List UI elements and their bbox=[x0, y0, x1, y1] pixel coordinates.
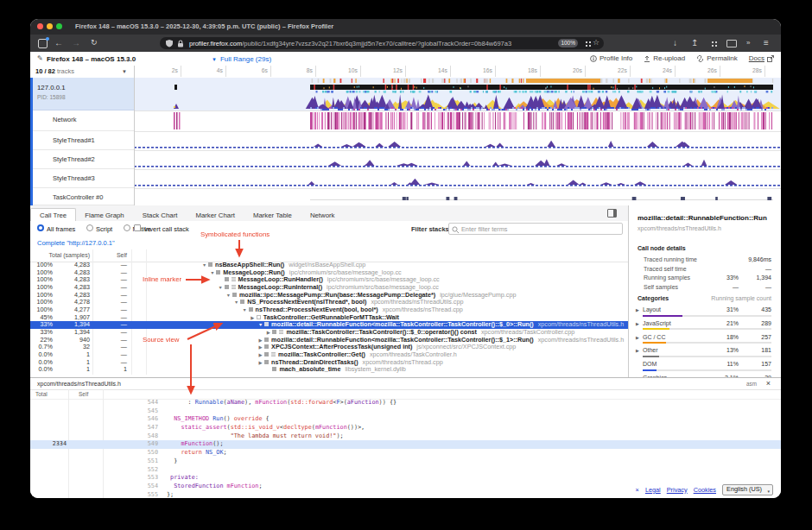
firefox-view-icon[interactable] bbox=[38, 39, 48, 48]
bookmark-star-icon[interactable]: ☆ bbox=[593, 38, 599, 47]
sidebar-toggle-button[interactable] bbox=[607, 209, 617, 218]
line-code: mFunction(); bbox=[167, 440, 224, 449]
track-label-stylethread-3[interactable]: StyleThread#3 bbox=[30, 169, 134, 188]
track-label-stylethread-1[interactable]: StyleThread#1 bbox=[30, 131, 134, 150]
asm-toggle[interactable]: asm bbox=[746, 381, 757, 387]
category-row-layout[interactable]: ▶Layout31%435 bbox=[629, 306, 781, 319]
call-tree-row[interactable]: 22%940—▶mozilla::detail::RunnableFunctio… bbox=[30, 337, 628, 344]
expander-icon[interactable]: ▶ bbox=[257, 344, 264, 351]
category-row-dom[interactable]: DOM11%157 bbox=[629, 360, 781, 374]
expander-icon[interactable]: ▶ bbox=[636, 335, 639, 340]
external-link-icon bbox=[767, 55, 774, 62]
downloads-button[interactable]: ↓ bbox=[673, 37, 677, 48]
expander-icon[interactable]: ▶ bbox=[249, 314, 257, 322]
expander-icon[interactable]: ▶ bbox=[264, 329, 272, 337]
track-label-network[interactable]: Network bbox=[30, 110, 134, 131]
footer-link-cookies[interactable]: Cookies bbox=[694, 486, 716, 494]
ruler-tick-label: 14s bbox=[418, 67, 447, 73]
line-number: 548 bbox=[101, 432, 167, 441]
back-button[interactable]: ← bbox=[54, 37, 63, 48]
call-tree-row[interactable]: 100%4,283—▼MessageLoop::RunInternal()ipc… bbox=[30, 284, 628, 292]
url-bar[interactable]: profiler.firefox.com/public/1xdfg34yre7v… bbox=[160, 37, 604, 49]
expander-icon[interactable]: ▶ bbox=[257, 351, 264, 359]
breadcrumb[interactable]: Complete "http://127.0.0.1" bbox=[37, 239, 115, 247]
expander-icon[interactable]: ▼ bbox=[241, 306, 249, 314]
expander-icon[interactable]: ▼ bbox=[208, 269, 216, 277]
radio-native[interactable] bbox=[124, 224, 130, 231]
category-row-other[interactable]: ▶Other13%181 bbox=[629, 346, 781, 360]
reload-button[interactable]: ↻ bbox=[91, 37, 98, 48]
forward-button[interactable]: → bbox=[72, 37, 80, 48]
expander-icon[interactable]: ▼ bbox=[257, 321, 264, 329]
line-number: 549 bbox=[101, 440, 167, 449]
category-row-gc-cc[interactable]: ▶GC / CC18%257 bbox=[629, 333, 781, 347]
expander-icon[interactable]: ▶ bbox=[636, 307, 639, 312]
detail-row: Traced running time9,846ms bbox=[629, 256, 781, 265]
permalink-button[interactable]: Permalink bbox=[696, 54, 738, 62]
docs-link[interactable]: Docs bbox=[749, 54, 774, 62]
track-label-127-0-0-1[interactable]: 127.0.0.1PID: 15898 bbox=[30, 78, 134, 110]
call-tree-row[interactable]: 100%4,283—MessageLoop::RunHandler()ipc/c… bbox=[30, 276, 628, 284]
send-tab-button[interactable]: ↥ bbox=[691, 37, 698, 48]
track-label-stylethread-2[interactable]: StyleThread#2 bbox=[30, 150, 134, 169]
profile-info-button[interactable]: Profile Info bbox=[590, 54, 632, 62]
detail-label: Traced self time bbox=[644, 265, 687, 274]
call-tree-row[interactable]: 0.7%32—▶XPCJSContext::AfterProcessTask(u… bbox=[30, 344, 628, 351]
expander-icon[interactable]: ▶ bbox=[636, 321, 639, 326]
expander-icon[interactable]: ▼ bbox=[225, 292, 232, 300]
full-range-button[interactable]: ▼Full Range (29s) bbox=[212, 55, 271, 63]
fullscreen-window-button[interactable] bbox=[56, 23, 62, 29]
footer-close-icon[interactable]: × bbox=[636, 486, 639, 494]
call-tree-row[interactable]: 0.0%11mach_absolute_timelibsystem_kernel… bbox=[30, 366, 628, 374]
expander-icon[interactable]: ▼ bbox=[232, 299, 240, 306]
zoom-level-badge[interactable]: 100% bbox=[558, 39, 578, 47]
track-label-taskcontroller-0[interactable]: TaskController #0 bbox=[30, 188, 134, 205]
language-select[interactable]: English (US)▾ bbox=[722, 484, 773, 495]
call-tree-row[interactable]: 33%1,394—▶mozilla::TaskController::TaskC… bbox=[30, 329, 628, 337]
call-tree-row[interactable]: 100%4,283—▼mozilla::ipc::MessagePump::Ru… bbox=[30, 292, 628, 300]
ruler-tick-label: 2s bbox=[149, 67, 178, 73]
call-tree-row[interactable]: 45%1,907—▶TaskController::GetRunnableFor… bbox=[30, 314, 628, 322]
profile-name[interactable]: Firefox 148 – macOS 15.3.0 bbox=[47, 55, 136, 63]
row-function-cell: ▶mozilla::detail::RunnableFunction<mozil… bbox=[147, 337, 628, 344]
screenshots-button[interactable] bbox=[726, 40, 737, 47]
ruler-tick bbox=[360, 66, 361, 77]
reupload-button[interactable]: Re-upload bbox=[644, 54, 685, 62]
expander-icon[interactable]: ▶ bbox=[257, 359, 264, 367]
close-window-button[interactable] bbox=[37, 23, 43, 29]
source-line: 551 } bbox=[30, 457, 781, 466]
footer-link-legal[interactable]: Legal bbox=[645, 486, 661, 494]
function-name: XPCJSContext::AfterProcessTask(unsigned … bbox=[271, 344, 412, 350]
minimize-window-button[interactable] bbox=[47, 23, 53, 29]
track-labels-column: 127.0.0.1PID: 15898NetworkStyleThread#1S… bbox=[30, 78, 135, 205]
call-tree-row[interactable]: 0.0%1—▶nsThread::DrainDirectTasks()xpcom… bbox=[30, 359, 628, 367]
category-row-javascript[interactable]: ▶JavaScript21%289 bbox=[629, 319, 781, 333]
timeline-graph-canvas[interactable] bbox=[134, 78, 781, 205]
call-tree-row[interactable]: 0.0%1—▶mozilla::TaskController::Get()xpc… bbox=[30, 351, 628, 359]
close-source-view-button[interactable]: × bbox=[766, 379, 771, 388]
overflow-chevron-button[interactable]: » bbox=[746, 37, 750, 48]
category-name: GC / CC bbox=[643, 334, 665, 340]
extensions-button[interactable] bbox=[712, 41, 714, 43]
call-tree-row[interactable]: 100%4,277—▼nsThread::ProcessNextEvent(bo… bbox=[30, 306, 628, 314]
call-tree-row[interactable]: 100%4,278—▼NS_ProcessNextEvent(nsIThread… bbox=[30, 299, 628, 306]
footer-link-privacy[interactable]: Privacy bbox=[667, 486, 688, 494]
call-tree-row[interactable]: 33%1,394—▼mozilla::detail::RunnableFunct… bbox=[30, 321, 628, 329]
expander-icon[interactable]: ▶ bbox=[257, 337, 264, 344]
ruler-tick bbox=[315, 66, 316, 77]
reader-mode-icon[interactable] bbox=[586, 41, 587, 43]
app-menu-button[interactable]: ≡ bbox=[764, 37, 769, 48]
tracks-summary-dropdown[interactable]: 10 / 82 tracks ▼ bbox=[30, 66, 135, 78]
source-file-path: xpcom/threads/nsThreadUtils.h bbox=[37, 381, 121, 387]
radio-all-frames[interactable] bbox=[37, 224, 44, 231]
filter-input[interactable]: Enter filter terms bbox=[448, 223, 623, 235]
call-tree-row[interactable]: 100%4,283—▼nsBaseAppShell::Run()widget/n… bbox=[30, 262, 628, 269]
expander-icon[interactable]: ▶ bbox=[636, 348, 639, 353]
invert-call-stack-checkbox[interactable] bbox=[134, 224, 141, 231]
line-total bbox=[30, 483, 67, 491]
call-tree-row[interactable]: 100%4,283—▼MessageLoop::Run()ipc/chromiu… bbox=[30, 269, 628, 277]
expander-icon[interactable]: ▼ bbox=[200, 262, 208, 269]
expander-icon[interactable]: ▼ bbox=[217, 284, 225, 292]
radio-script[interactable] bbox=[86, 224, 93, 231]
edit-profile-name-icon[interactable]: ✎ bbox=[37, 54, 43, 62]
